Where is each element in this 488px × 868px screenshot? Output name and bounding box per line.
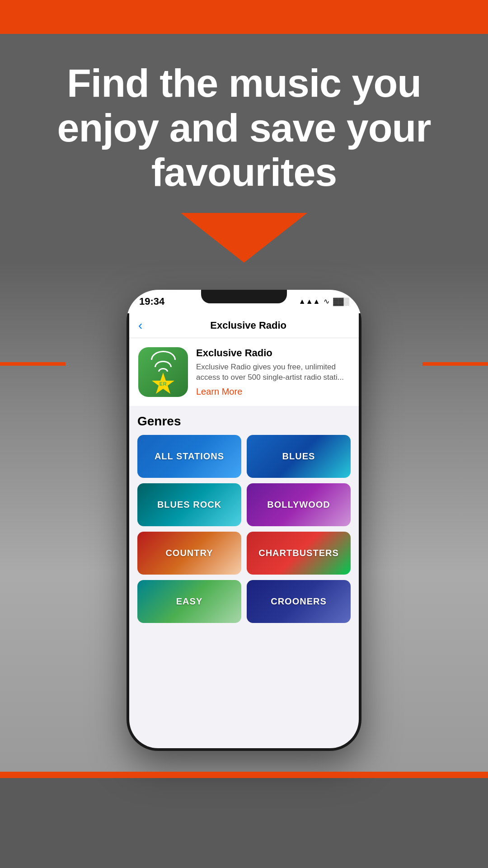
- genre-country[interactable]: COUNTRY: [137, 532, 241, 575]
- genre-easy[interactable]: EASY: [137, 580, 241, 623]
- phone-section: 19:34 ▲▲▲ ∿ ▓▓░ ‹ Exclusive Radio: [0, 263, 488, 778]
- learn-more-link[interactable]: Learn More: [196, 387, 350, 397]
- er-waves-icon: [151, 351, 176, 372]
- genre-chartbusters-label: CHARTBUSTERS: [258, 548, 339, 558]
- phone-notch: [201, 290, 287, 303]
- hero-title: Find the music you enjoy and save your f…: [18, 61, 470, 195]
- phone-mockup: 19:34 ▲▲▲ ∿ ▓▓░ ‹ Exclusive Radio: [127, 290, 361, 751]
- genre-country-label: COUNTRY: [165, 548, 213, 558]
- genre-blues-rock[interactable]: BLUES ROCK: [137, 483, 241, 526]
- app-nav-bar: ‹ Exclusive Radio: [129, 313, 359, 338]
- phone-screen: ‹ Exclusive Radio: [129, 313, 359, 748]
- genre-blues-rock-label: BLUES ROCK: [157, 500, 221, 510]
- signal-icon: ▲▲▲: [299, 297, 320, 306]
- hero-section: Find the music you enjoy and save your f…: [0, 34, 488, 263]
- genre-blues[interactable]: BLUES: [247, 435, 351, 478]
- app-icon: ER EXCLUSIVE RADIO: [138, 347, 188, 397]
- chevron-icon: [18, 213, 470, 263]
- battery-icon: ▓▓░: [333, 297, 349, 306]
- genre-all-stations[interactable]: ALL STATIONS: [137, 435, 241, 478]
- genres-section: Genres ALL STATIONS BLUES BLUES ROCK BOL…: [129, 406, 359, 623]
- back-button[interactable]: ‹: [138, 318, 142, 333]
- status-icons: ▲▲▲ ∿ ▓▓░: [299, 297, 349, 306]
- genre-bollywood[interactable]: BOLLYWOOD: [247, 483, 351, 526]
- bottom-orange-bar: [0, 772, 488, 778]
- genre-bollywood-label: BOLLYWOOD: [267, 500, 330, 510]
- wifi-icon: ∿: [324, 297, 329, 306]
- app-info-text: Exclusive Radio Exclusive Radio gives yo…: [196, 347, 350, 397]
- genres-grid: ALL STATIONS BLUES BLUES ROCK BOLLYWOOD …: [137, 435, 351, 623]
- genres-title: Genres: [137, 414, 351, 429]
- genre-all-stations-label: ALL STATIONS: [155, 451, 224, 462]
- genre-blues-label: BLUES: [282, 451, 315, 462]
- genre-chartbusters[interactable]: CHARTBUSTERS: [247, 532, 351, 575]
- genre-easy-label: EASY: [176, 596, 202, 607]
- app-name: Exclusive Radio: [196, 347, 350, 359]
- genre-crooners-label: CROONERS: [271, 596, 327, 607]
- genre-crooners[interactable]: CROONERS: [247, 580, 351, 623]
- app-info-card: ER EXCLUSIVE RADIO Exclusive Radio Exclu…: [129, 338, 359, 406]
- top-status-bar: [0, 0, 488, 34]
- app-description: Exclusive Radio gives you free, unlimite…: [196, 362, 350, 383]
- app-icon-text: EXCLUSIVE RADIO: [145, 396, 181, 397]
- status-time: 19:34: [139, 296, 164, 307]
- nav-title: Exclusive Radio: [147, 320, 350, 331]
